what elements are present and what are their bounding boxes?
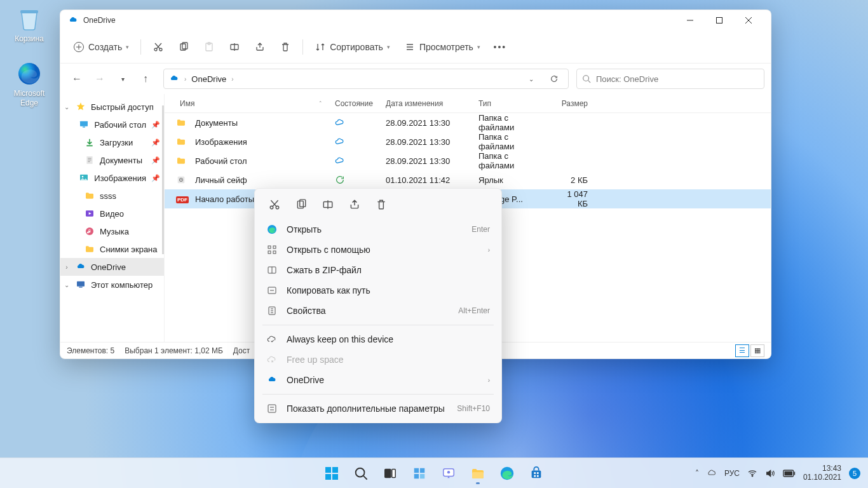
taskbar-widgets[interactable] xyxy=(407,461,432,486)
start-button[interactable] xyxy=(319,461,344,486)
ctx-always-keep[interactable]: Always keep on this device xyxy=(255,329,501,349)
view-button[interactable]: Просмотреть ▾ xyxy=(398,36,487,58)
share-button[interactable] xyxy=(248,36,272,58)
ctx-cut-button[interactable] xyxy=(266,196,283,213)
ctx-show-more[interactable]: Показать дополнительные параметрыShift+F… xyxy=(255,398,501,419)
chevron-right-icon: › xyxy=(488,247,490,254)
sidebar-item-label: Музыка xyxy=(100,227,129,236)
sidebar-item-label: Загрузки xyxy=(100,138,133,147)
sidebar-item[interactable]: ⌄Быстрый доступ xyxy=(60,98,164,116)
ctx-properties[interactable]: СвойстваAlt+Enter xyxy=(255,301,501,321)
ctx-open[interactable]: ОткрытьEnter xyxy=(255,219,501,240)
file-row[interactable]: Рабочий стол28.09.2021 13:30Папка с файл… xyxy=(165,151,771,170)
copy-button[interactable] xyxy=(172,36,196,58)
ctx-copy-button[interactable] xyxy=(293,196,309,213)
taskbar-chat[interactable] xyxy=(436,461,461,486)
file-row[interactable]: Изображения28.09.2021 13:30Папка с файла… xyxy=(165,132,771,151)
star-icon xyxy=(76,102,86,112)
history-dropdown[interactable]: ⌄ xyxy=(522,70,540,88)
col-date[interactable]: Дата изменения xyxy=(379,99,472,108)
maximize-button[interactable] xyxy=(705,10,734,30)
taskbar-store[interactable] xyxy=(524,461,549,486)
sidebar-item[interactable]: Документы📌 xyxy=(60,151,164,169)
svg-rect-65 xyxy=(392,469,396,477)
sidebar-item[interactable]: ⌄Этот компьютер xyxy=(60,276,164,294)
recent-dropdown[interactable]: ▾ xyxy=(112,69,133,89)
svg-rect-82 xyxy=(794,471,795,475)
svg-rect-58 xyxy=(325,467,331,473)
rename-button[interactable] xyxy=(222,36,247,58)
vault-icon xyxy=(176,175,186,185)
tray-chevron-up-icon[interactable]: ˄ xyxy=(695,469,699,478)
ctx-share-button[interactable] xyxy=(346,196,363,213)
ctx-open-with[interactable]: Открыть с помощью› xyxy=(255,240,501,260)
taskbar-edge[interactable] xyxy=(494,461,520,486)
sidebar-item[interactable]: Изображения📌 xyxy=(60,169,164,187)
file-type: Папка с файлами xyxy=(472,113,550,132)
svg-rect-72 xyxy=(472,472,484,478)
refresh-button[interactable] xyxy=(545,70,563,88)
share-icon xyxy=(254,41,266,53)
onedrive-icon xyxy=(169,74,179,84)
column-headers: Имя˄ Состояние Дата изменения Тип Размер xyxy=(165,94,771,113)
svg-rect-45 xyxy=(273,246,276,248)
details-view-toggle[interactable]: ☰ xyxy=(735,344,749,357)
edge-shortcut[interactable]: Microsoft Edge xyxy=(6,60,52,107)
minimize-button[interactable] xyxy=(675,10,705,30)
file-state xyxy=(329,137,379,147)
tray-wifi-icon[interactable] xyxy=(747,468,757,478)
back-button[interactable]: ← xyxy=(67,69,87,89)
clipboard-icon xyxy=(203,41,215,53)
doc-icon xyxy=(85,155,95,165)
tray-battery-icon[interactable] xyxy=(783,470,796,477)
sidebar-item-label: Снимки экрана xyxy=(100,245,158,254)
sidebar-item[interactable]: ›OneDrive xyxy=(60,258,164,276)
tray-onedrive-icon[interactable] xyxy=(707,468,717,478)
file-row[interactable]: Документы28.09.2021 13:30Папка с файлами xyxy=(165,113,771,132)
taskbar-taskview[interactable] xyxy=(377,461,403,486)
ctx-copy-path[interactable]: Копировать как путь xyxy=(255,280,501,301)
sidebar-item[interactable]: Видео xyxy=(60,205,164,222)
sidebar-item[interactable]: Загрузки📌 xyxy=(60,133,164,151)
col-name[interactable]: Имя˄ xyxy=(165,99,329,108)
new-button[interactable]: Создать ▾ xyxy=(67,36,135,58)
col-state[interactable]: Состояние xyxy=(329,99,379,108)
search-box[interactable] xyxy=(576,69,764,89)
ctx-onedrive[interactable]: OneDrive› xyxy=(255,370,501,390)
svg-point-37 xyxy=(270,206,273,209)
forward-button[interactable]: → xyxy=(90,69,110,89)
paste-button[interactable] xyxy=(197,36,221,58)
sort-button[interactable]: Сортировать ▾ xyxy=(308,36,397,58)
more-button[interactable]: ••• xyxy=(488,36,512,58)
ctx-rename-button[interactable] xyxy=(320,196,336,213)
tray-volume-icon[interactable] xyxy=(765,468,775,478)
svg-rect-81 xyxy=(784,471,792,475)
sidebar-item[interactable]: Музыка xyxy=(60,222,164,240)
file-name: Личный сейф xyxy=(195,175,247,185)
window-title: OneDrive xyxy=(83,16,675,25)
tray-language[interactable]: РУС xyxy=(724,469,740,478)
ctx-delete-button[interactable] xyxy=(373,196,390,213)
breadcrumb-onedrive[interactable]: OneDrive xyxy=(191,74,226,84)
search-input[interactable] xyxy=(596,74,759,84)
col-type[interactable]: Тип xyxy=(472,99,550,108)
sidebar-item[interactable]: Снимки экрана xyxy=(60,240,164,258)
cut-button[interactable] xyxy=(146,36,170,58)
pin-icon: 📌 xyxy=(151,174,160,182)
taskbar-search[interactable] xyxy=(348,461,374,486)
address-bar[interactable]: › OneDrive › ⌄ xyxy=(163,69,569,89)
img-icon xyxy=(79,173,89,183)
delete-button[interactable] xyxy=(273,36,297,58)
sidebar-item[interactable]: Рабочий стол📌 xyxy=(60,116,164,133)
tray-clock[interactable]: 13:4301.10.2021 xyxy=(803,464,841,482)
thumbs-view-toggle[interactable]: ▦ xyxy=(750,344,764,357)
up-button[interactable]: ↑ xyxy=(135,69,156,89)
notification-badge[interactable]: 5 xyxy=(849,468,860,479)
file-row[interactable]: Личный сейф01.10.2021 11:42Ярлык2 КБ xyxy=(165,170,771,189)
sidebar-item[interactable]: ssss xyxy=(60,187,164,205)
col-size[interactable]: Размер xyxy=(550,99,594,108)
recycle-bin[interactable]: Корзина xyxy=(6,5,52,43)
close-button[interactable] xyxy=(734,10,763,30)
taskbar-explorer[interactable] xyxy=(465,461,491,486)
ctx-zip[interactable]: Сжать в ZIP-файл xyxy=(255,260,501,280)
